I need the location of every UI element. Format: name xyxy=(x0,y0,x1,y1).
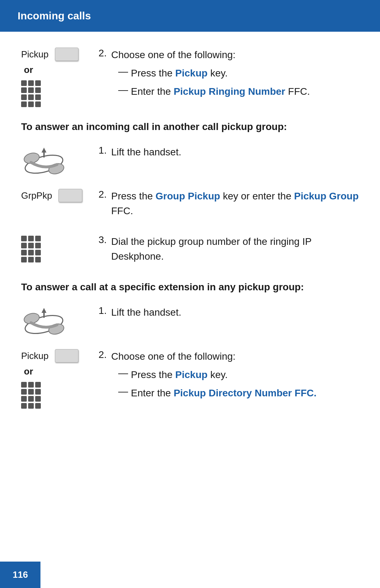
keypad-icon-top xyxy=(21,80,41,107)
or-label-top: or xyxy=(24,64,33,75)
sub1-rest-top: key. xyxy=(208,68,228,79)
group-step1-row: 1. Lift the handset. xyxy=(21,143,359,177)
specific-handset-col xyxy=(21,303,99,337)
handset-icon-specific xyxy=(21,305,67,337)
sub1-text-bottom: Press the xyxy=(131,369,175,380)
pickup-key-row: Pickup xyxy=(21,48,78,61)
sub1-rest-bottom: key. xyxy=(208,369,228,380)
sub-item-top-2: — Enter the Pickup Ringing Number FFC. xyxy=(111,84,310,99)
top-text-col: 2. Choose one of the following: — Press … xyxy=(99,46,359,106)
sub2-rest-top: FFC. xyxy=(285,86,310,97)
sub-item-bottom-1: — Press the Pickup key. xyxy=(111,367,317,382)
group-step3-row: 3. Dial the pickup group number of the r… xyxy=(21,233,359,267)
specific-step2-row: Pickup or 2. Choose one of the following… xyxy=(21,347,359,409)
step1-group: 1. Lift the handset. xyxy=(99,145,359,160)
step2-top: 2. Choose one of the following: — Press … xyxy=(99,48,359,103)
grppkp-key-button xyxy=(58,189,82,202)
step3-group: 3. Dial the pickup group number of the r… xyxy=(99,234,359,264)
header-title: Incoming calls xyxy=(18,10,91,21)
sub2-link-bottom: Pickup Directory Number xyxy=(173,388,292,398)
svg-marker-8 xyxy=(42,308,46,313)
group-step2-row: GrpPkp 2. Press the Group Pickup key or … xyxy=(21,187,359,222)
pickup-label-2: Pickup xyxy=(21,351,49,361)
section-heading-specific: To answer a call at a specific extension… xyxy=(21,281,359,293)
page-number: 116 xyxy=(0,562,40,588)
step2-specific-text: Choose one of the following: xyxy=(111,351,235,362)
group-step1-text-col: 1. Lift the handset. xyxy=(99,143,359,163)
sub-item-bottom-2: — Enter the Pickup Directory Number FFC. xyxy=(111,386,317,401)
sub-list-top: — Press the Pickup key. — Enter the Pick… xyxy=(111,66,310,99)
grppkp-key-row: GrpPkp xyxy=(21,189,82,202)
pickup-label: Pickup xyxy=(21,49,49,60)
handset-icon-group xyxy=(21,145,67,177)
group-step3-text-col: 3. Dial the pickup group number of the r… xyxy=(99,233,359,267)
specific-step1-row: 1. Lift the handset. xyxy=(21,303,359,337)
svg-marker-3 xyxy=(42,148,46,153)
pickup-key-button-2 xyxy=(55,349,78,363)
pickup-group-link: Pickup Group xyxy=(294,191,359,202)
grppkp-label: GrpPkp xyxy=(21,190,52,201)
sub-item-top-1: — Press the Pickup key. xyxy=(111,66,310,81)
sub-list-bottom: — Press the Pickup key. — Enter the Pick… xyxy=(111,367,317,401)
sub2-text-top: Enter the xyxy=(131,86,173,97)
step3-group-text: Dial the pickup group number of the ring… xyxy=(111,234,359,264)
section-heading-group: To answer an incoming call in another ca… xyxy=(21,121,359,132)
top-pickup-row: Pickup or 2. Choose one of the following… xyxy=(21,46,359,107)
pickup-key-button xyxy=(55,48,78,61)
grppkp-col: GrpPkp xyxy=(21,187,99,202)
sub2-rest-bottom: FFC. xyxy=(292,388,317,398)
step2-specific: 2. Choose one of the following: — Press … xyxy=(99,349,359,404)
top-icon-col: Pickup or xyxy=(21,46,99,107)
header-bar: Incoming calls xyxy=(0,0,380,32)
step1-specific: 1. Lift the handset. xyxy=(99,305,359,320)
or-label-bottom: or xyxy=(24,366,33,377)
sub1-link-bottom: Pickup xyxy=(175,369,208,380)
sub2-text-bottom: Enter the xyxy=(131,388,173,398)
specific-icon-col: Pickup or xyxy=(21,347,99,409)
group-pickup-link: Group Pickup xyxy=(156,191,220,202)
step2-top-text: Choose one of the following: xyxy=(111,49,235,60)
group-step2-text-col: 2. Press the Group Pickup key or enter t… xyxy=(99,187,359,222)
page-content: Pickup or 2. Choose one of the following… xyxy=(0,32,380,462)
sub2-link-top: Pickup Ringing Number xyxy=(173,86,285,97)
step1-specific-text: Lift the handset. xyxy=(111,305,181,320)
sub1-text-top: Press the xyxy=(131,68,175,79)
sub1-link-top: Pickup xyxy=(175,68,208,79)
specific-step2-text-col: 2. Choose one of the following: — Press … xyxy=(99,347,359,408)
keypad-icon-bottom xyxy=(21,382,41,409)
keypad-col-group xyxy=(21,233,99,262)
group-handset-col xyxy=(21,143,99,177)
keypad-icon-group xyxy=(21,236,41,262)
specific-step1-text-col: 1. Lift the handset. xyxy=(99,303,359,323)
step2-group: 2. Press the Group Pickup key or enter t… xyxy=(99,189,359,218)
pickup-key-row-2: Pickup xyxy=(21,349,78,363)
step1-group-text: Lift the handset. xyxy=(111,145,181,160)
